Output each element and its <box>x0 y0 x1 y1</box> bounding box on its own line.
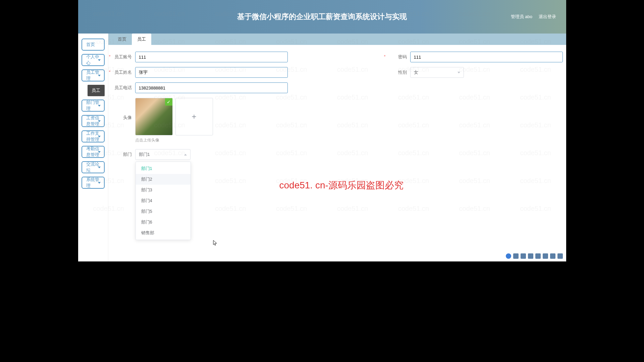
sidebar-item-work-support[interactable]: 工作支持管理 <box>82 130 105 142</box>
bottom-toolbar <box>506 253 563 259</box>
tool-icon-3[interactable] <box>521 253 526 259</box>
sidebar-subitem-employee[interactable]: 员工 <box>88 85 105 96</box>
select-gender-value: 女 <box>414 69 418 75</box>
dept-option-3[interactable]: 部门3 <box>136 185 191 195</box>
label-emp-name: 员工姓名 <box>112 69 132 75</box>
chevron-down-icon <box>458 72 460 73</box>
sidebar-item-forum[interactable]: 交流论坛 <box>82 161 105 173</box>
dept-option-2[interactable]: 部门2 <box>136 174 191 185</box>
watermark-red: code51. cn-源码乐园盗图必究 <box>279 179 404 192</box>
dept-option-1[interactable]: 部门1 <box>136 163 191 174</box>
input-phone[interactable] <box>135 82 288 93</box>
sidebar-item-system[interactable]: 系统管理 <box>82 177 105 189</box>
dept-option-7[interactable]: 销售部 <box>136 228 191 238</box>
dept-option-4[interactable]: 部门4 <box>136 195 191 206</box>
avatar-upload-button[interactable]: + <box>175 98 213 135</box>
tabs: 首页 员工 <box>108 34 566 45</box>
chevron-up-icon <box>184 154 187 156</box>
dept-option-6[interactable]: 部门6 <box>136 217 191 228</box>
avatar-preview[interactable]: ✓ <box>135 98 173 135</box>
sidebar-item-salary-mgmt[interactable]: 工资信息管理 <box>82 115 105 127</box>
input-emp-name[interactable] <box>135 67 288 78</box>
tool-icon-8[interactable] <box>557 253 563 259</box>
plus-icon: + <box>192 112 196 121</box>
dept-dropdown: 部门1 部门2 部门3 部门4 部门5 部门6 销售部 <box>136 162 191 240</box>
page-title: 基于微信小程序的企业职工薪资查询系统设计与实现 <box>237 12 407 22</box>
tool-icon-7[interactable] <box>550 253 555 259</box>
label-dept: 部门 <box>112 152 132 158</box>
header-right: 管理员 abo 退出登录 <box>506 14 556 20</box>
cursor-icon <box>213 240 218 247</box>
logout-link[interactable]: 退出登录 <box>539 14 556 19</box>
sidebar-item-employee-mgmt[interactable]: 员工管理 <box>82 69 105 81</box>
select-gender[interactable]: 女 <box>410 67 464 78</box>
sidebar-item-home[interactable]: 首页 <box>82 39 105 51</box>
tool-icon-2[interactable] <box>513 253 519 259</box>
sidebar: 首页 个人中心 员工管理 员工 部门管理 工资信息管理 工作支持管理 考勤信息管… <box>78 34 108 261</box>
label-password: 密码 <box>387 54 407 60</box>
input-emp-account[interactable] <box>135 52 288 62</box>
tool-icon-4[interactable] <box>528 253 533 259</box>
tool-icon-1[interactable] <box>506 253 511 259</box>
form-area: 员工账号 密码 员工姓名 性别 <box>108 45 566 261</box>
avatar-hint: 点击上传头像 <box>135 137 563 143</box>
admin-label[interactable]: 管理员 abo <box>511 14 532 19</box>
sidebar-item-dept-mgmt[interactable]: 部门管理 <box>82 100 105 112</box>
tool-icon-5[interactable] <box>535 253 541 259</box>
dept-option-5[interactable]: 部门5 <box>136 206 191 217</box>
main-area: 首页 员工 员工账号 密码 员工姓名 <box>108 34 566 261</box>
header: 基于微信小程序的企业职工薪资查询系统设计与实现 管理员 abo 退出登录 <box>78 0 566 34</box>
label-gender: 性别 <box>387 69 407 75</box>
label-emp-account: 员工账号 <box>112 54 132 60</box>
label-avatar: 头像 <box>112 98 132 121</box>
tool-icon-6[interactable] <box>543 253 548 259</box>
check-icon: ✓ <box>165 98 172 106</box>
tab-home[interactable]: 首页 <box>112 34 132 45</box>
tab-employee[interactable]: 员工 <box>132 34 151 45</box>
input-password[interactable] <box>410 52 563 62</box>
select-dept-value: 部门1 <box>139 152 150 158</box>
sidebar-item-profile[interactable]: 个人中心 <box>82 54 105 66</box>
sidebar-item-attendance[interactable]: 考勤信息管理 <box>82 146 105 158</box>
select-dept[interactable]: 部门1 部门1 部门2 部门3 部门4 部门5 部门6 销售部 <box>135 149 191 160</box>
label-phone: 员工电话 <box>112 85 132 91</box>
